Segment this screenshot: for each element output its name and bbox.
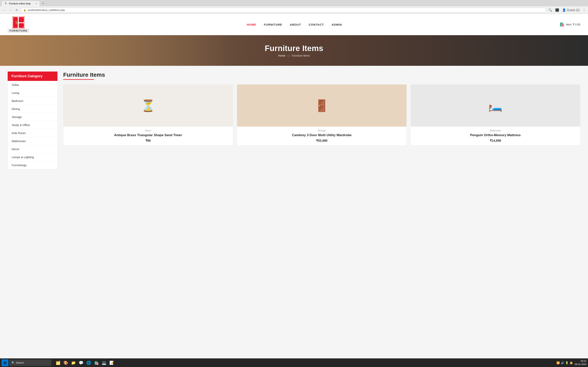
split-screen-button[interactable]: ⬛ — [554, 8, 560, 13]
sidebar-item-dining[interactable]: Dining — [8, 105, 57, 113]
sidebar-item-sofas[interactable]: Sofas — [8, 81, 57, 89]
sidebar-item-storage[interactable]: Storage — [8, 113, 57, 121]
logo-icon: 🪑 — [12, 16, 25, 29]
main-nav: HOME FURNITURE ABOUT CONTACT ADMIN — [247, 23, 342, 26]
reload-button[interactable]: ↻ — [15, 8, 19, 12]
browser-tab-bar: 🪑 Furniture online shop × + — [0, 0, 588, 6]
browser-chrome: 🪑 Furniture online shop × + ← → ↻ 🔒 🔍 ⬛ … — [0, 0, 588, 14]
product-name: Cambrey 3 Door Multi Utility Wardrobe — [240, 133, 404, 137]
sidebar-item-living[interactable]: Living — [8, 89, 57, 97]
logo-area: 🪑 FURNITURE — [8, 16, 29, 33]
product-card[interactable]: 🚪 Storage Cambrey 3 Door Multi Utility W… — [237, 84, 407, 145]
product-category: Storage — [240, 129, 404, 132]
browser-actions: 🔍 ⬛ 👤 Guest (2) ⋮ — [548, 8, 587, 13]
product-info: Decor Antique Brass Triangular Shape San… — [63, 127, 233, 145]
breadcrumb-home[interactable]: Home — [278, 54, 285, 57]
nav-admin[interactable]: ADMIN — [331, 23, 342, 26]
cart-icon-button[interactable]: 🛍️ — [560, 22, 565, 27]
tab-close-button[interactable]: × — [36, 2, 37, 5]
profile-button[interactable]: 👤 Guest (2) — [561, 8, 580, 13]
breadcrumb-current: Furniture Items — [292, 54, 310, 57]
svg-rect-2 — [19, 17, 24, 22]
sidebar-item-bedroom[interactable]: Bedroom — [8, 97, 57, 105]
hero-banner: Furniture Items Home — Furniture Items — [0, 35, 588, 66]
website: 🪑 FURNITURE HOME FURNITURE ABOUT CONTACT… — [0, 14, 588, 175]
search-action-button[interactable]: 🔍 — [548, 8, 553, 13]
product-price: ₹55,989 — [240, 139, 404, 142]
tab-title: Furniture online shop — [9, 2, 31, 5]
product-card[interactable]: 🛏️ Mattresses Penguin Ortho-Memory Mattr… — [411, 84, 580, 145]
nav-about[interactable]: ABOUT — [290, 23, 301, 26]
product-category: Mattresses — [413, 129, 578, 132]
svg-text:🪑: 🪑 — [14, 21, 19, 25]
browser-toolbar: ← → ↻ 🔒 🔍 ⬛ 👤 Guest (2) ⋮ — [0, 6, 588, 14]
breadcrumb: Home — Furniture Items — [278, 54, 310, 57]
title-underline — [63, 79, 94, 80]
products-grid: ⏳ Decor Antique Brass Triangular Shape S… — [63, 84, 580, 145]
product-image: ⏳ — [63, 84, 233, 127]
product-price: ₹14,898 — [413, 139, 578, 142]
cart-label: item: ₹ 0.00 — [566, 23, 580, 26]
product-price: ₹96 — [66, 139, 230, 142]
menu-button[interactable]: ⋮ — [582, 8, 587, 13]
sidebar: Furniture Category Sofas Living Bedroom … — [8, 72, 57, 169]
new-tab-button[interactable]: + — [41, 1, 46, 6]
product-image: 🛏️ — [411, 84, 580, 127]
logo-text: FURNITURE — [8, 29, 29, 33]
breadcrumb-separator: — — [287, 54, 290, 57]
svg-rect-3 — [19, 23, 24, 28]
product-info: Storage Cambrey 3 Door Multi Utility War… — [237, 127, 406, 145]
forward-button[interactable]: → — [8, 8, 13, 12]
sidebar-item-mattresses[interactable]: Mattresses — [8, 137, 57, 145]
browser-tab[interactable]: 🪑 Furniture online shop × — [1, 1, 40, 6]
nav-contact[interactable]: CONTACT — [309, 23, 324, 26]
product-info: Mattresses Penguin Ortho-Memory Mattress… — [411, 127, 580, 145]
nav-home[interactable]: HOME — [247, 23, 256, 26]
product-category: Decor — [66, 129, 230, 132]
url-input[interactable] — [28, 8, 544, 11]
site-header: 🪑 FURNITURE HOME FURNITURE ABOUT CONTACT… — [0, 14, 588, 35]
product-name: Antique Brass Triangular Shape Sand Time… — [66, 133, 230, 137]
hero-title: Furniture Items — [265, 44, 323, 53]
main-content: Furniture Category Sofas Living Bedroom … — [0, 66, 588, 175]
products-area: Furniture Items ⏳ Decor Antique Brass Tr… — [63, 72, 580, 169]
products-section-title: Furniture Items — [63, 72, 580, 78]
sidebar-item-furnishings[interactable]: Furnishings — [8, 161, 57, 169]
sidebar-item-kids-room[interactable]: Kids Room — [8, 129, 57, 137]
sidebar-list: Sofas Living Bedroom Dining Storage Stud… — [8, 81, 57, 169]
product-card[interactable]: ⏳ Decor Antique Brass Triangular Shape S… — [63, 84, 233, 145]
sidebar-item-study-office[interactable]: Study & Office — [8, 121, 57, 129]
tab-favicon: 🪑 — [4, 2, 8, 5]
product-image: 🚪 — [237, 84, 406, 127]
nav-furniture[interactable]: FURNITURE — [264, 23, 282, 26]
product-name: Penguin Ortho-Memory Mattress — [413, 133, 578, 137]
sidebar-title: Furniture Category — [8, 72, 57, 81]
address-bar[interactable]: 🔒 — [21, 8, 546, 12]
lock-icon: 🔒 — [23, 8, 26, 11]
cart-area: 🛍️ item: ₹ 0.00 — [560, 22, 580, 27]
back-button[interactable]: ← — [1, 8, 7, 12]
sidebar-item-lamps-lighting[interactable]: Lamps & Lighting — [8, 153, 57, 161]
sidebar-item-decor[interactable]: Decor — [8, 145, 57, 153]
